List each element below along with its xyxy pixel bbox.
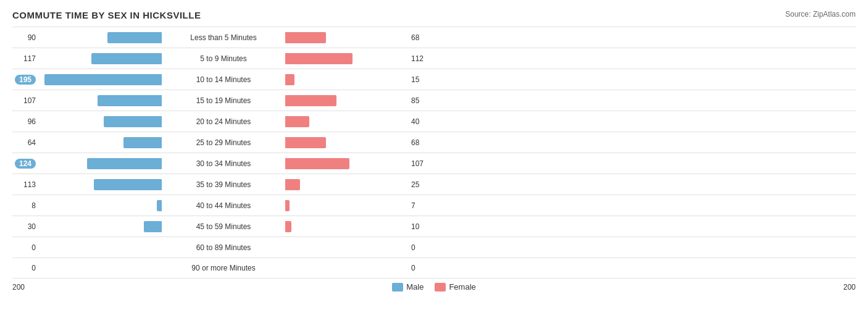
chart-row: 113 35 to 39 Minutes 25 (12, 174, 856, 195)
chart-row: 8 40 to 44 Minutes 7 (12, 195, 856, 216)
male-value: 30 (12, 222, 38, 231)
chart-area: 90 Less than 5 Minutes 68 117 5 to 9 Min… (12, 27, 856, 279)
male-bar (144, 221, 162, 232)
female-bar-area (285, 262, 409, 274)
legend-box-male (392, 283, 403, 292)
female-bar-area (285, 158, 409, 169)
chart-row: 30 45 to 59 Minutes 10 (12, 216, 856, 237)
chart-row: 96 20 to 24 Minutes 40 (12, 111, 856, 132)
male-value: 124 (12, 159, 38, 169)
male-bar (107, 32, 162, 43)
male-value: 8 (12, 201, 38, 210)
row-label: 60 to 89 Minutes (162, 243, 285, 252)
female-bar (285, 116, 309, 127)
legend-male: Male (392, 282, 424, 292)
male-bar-area (38, 262, 162, 274)
row-label: 10 to 14 Minutes (162, 75, 285, 84)
male-bar-area (38, 95, 162, 106)
legend-box-female (435, 283, 446, 292)
male-bar (123, 137, 162, 148)
male-bar-area (38, 242, 162, 253)
chart-row: 0 90 or more Minutes 0 (12, 258, 856, 279)
chart-row: 107 15 to 19 Minutes 85 (12, 90, 856, 111)
chart-title: COMMUTE TIME BY SEX IN HICKSVILLE (12, 10, 201, 20)
female-value: 112 (409, 54, 435, 63)
male-bar-area (38, 53, 162, 64)
female-value: 10 (409, 222, 435, 231)
legend-female-label: Female (449, 282, 475, 292)
female-bar (285, 95, 336, 106)
chart-row: 195 10 to 14 Minutes 15 (12, 69, 856, 90)
female-value: 107 (409, 159, 435, 168)
male-bar-area (38, 32, 162, 43)
male-bar-area (38, 158, 162, 169)
male-bar (91, 53, 162, 64)
male-bar (98, 95, 162, 106)
female-value: 15 (409, 75, 435, 84)
chart-row: 90 Less than 5 Minutes 68 (12, 27, 856, 48)
male-bar (157, 200, 162, 211)
row-label: Less than 5 Minutes (162, 33, 285, 42)
male-value: 0 (12, 264, 38, 272)
female-bar-area (285, 74, 409, 85)
row-label: 25 to 29 Minutes (162, 138, 285, 147)
female-bar (285, 74, 294, 85)
female-bar (285, 137, 326, 148)
female-bar-area (285, 179, 409, 190)
female-bar (285, 32, 326, 43)
scale-right: 200 (843, 283, 856, 292)
scale-left: 200 (12, 283, 25, 292)
male-bar-area (38, 179, 162, 190)
female-bar (285, 179, 300, 190)
female-bar (285, 158, 349, 169)
female-value: 25 (409, 180, 435, 189)
male-value: 107 (12, 96, 38, 105)
row-label: 90 or more Minutes (162, 264, 285, 272)
male-bar (104, 116, 162, 127)
female-value: 40 (409, 117, 435, 126)
male-value: 113 (12, 180, 38, 189)
female-bar (285, 53, 353, 64)
chart-row: 64 25 to 29 Minutes 68 (12, 132, 856, 153)
chart-row: 0 60 to 89 Minutes 0 (12, 237, 856, 258)
female-value: 0 (409, 243, 435, 252)
female-value: 68 (409, 33, 435, 42)
female-bar-area (285, 137, 409, 148)
female-bar-area (285, 221, 409, 232)
male-bar-area (38, 221, 162, 232)
female-value: 85 (409, 96, 435, 105)
chart-container: COMMUTE TIME BY SEX IN HICKSVILLE Source… (12, 10, 856, 292)
chart-row: 117 5 to 9 Minutes 112 (12, 48, 856, 69)
female-bar (285, 221, 291, 232)
female-bar-area (285, 32, 409, 43)
legend: Male Female (392, 282, 476, 292)
female-value: 7 (409, 201, 435, 210)
male-value: 117 (12, 54, 38, 63)
female-bar (285, 200, 290, 211)
male-bar-area (38, 137, 162, 148)
female-bar-area (285, 116, 409, 127)
female-value: 0 (409, 264, 435, 272)
source-label: Source: ZipAtlas.com (785, 10, 856, 19)
male-bar (94, 179, 162, 190)
row-label: 40 to 44 Minutes (162, 201, 285, 210)
chart-row: 124 30 to 34 Minutes 107 (12, 153, 856, 174)
male-bar-area (38, 74, 162, 85)
male-value: 64 (12, 138, 38, 147)
row-label: 45 to 59 Minutes (162, 222, 285, 231)
male-bar (44, 74, 162, 85)
legend-male-label: Male (406, 282, 424, 292)
male-bar-area (38, 200, 162, 211)
male-value: 90 (12, 33, 38, 42)
row-label: 20 to 24 Minutes (162, 117, 285, 126)
female-value: 68 (409, 138, 435, 147)
male-value: 0 (12, 243, 38, 252)
row-label: 30 to 34 Minutes (162, 159, 285, 168)
female-bar-area (285, 53, 409, 64)
male-value: 96 (12, 117, 38, 126)
female-bar-area (285, 95, 409, 106)
row-label: 15 to 19 Minutes (162, 96, 285, 105)
male-value: 195 (12, 75, 38, 85)
row-label: 5 to 9 Minutes (162, 54, 285, 63)
male-bar-area (38, 116, 162, 127)
